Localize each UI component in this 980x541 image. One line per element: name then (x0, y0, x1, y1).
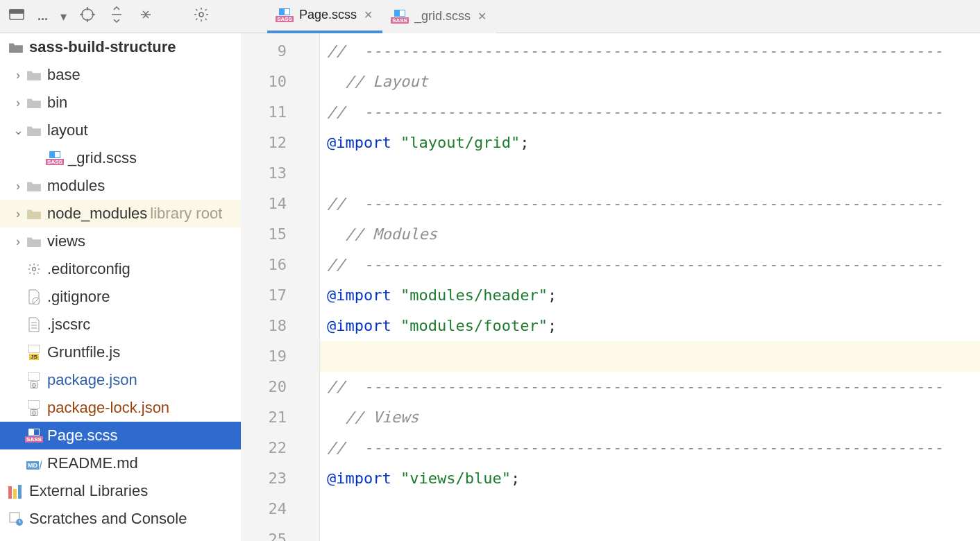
line-number[interactable]: 19 (241, 341, 299, 372)
code-line-19[interactable] (320, 341, 980, 372)
tree-item-package-json[interactable]: {}package.json (0, 366, 241, 394)
external-libraries[interactable]: External Libraries (0, 477, 241, 505)
tree-item-bin[interactable]: ›bin (0, 89, 241, 117)
tree-item-layout[interactable]: ⌄layout (0, 117, 241, 144)
code-line-21[interactable]: // Views (320, 402, 980, 433)
line-number[interactable]: 20 (241, 372, 299, 402)
line-number[interactable]: 22 (241, 433, 299, 463)
chevron-right-icon[interactable]: › (11, 68, 25, 83)
line-number[interactable]: 24 (241, 494, 299, 524)
file-ignore-icon (25, 289, 43, 304)
tree-item-views[interactable]: ›views (0, 227, 241, 255)
token-comment: // Layout (327, 73, 428, 90)
code-line-11[interactable]: // -------------------------------------… (320, 97, 980, 128)
code-line-17[interactable]: @import "modules/header"; (320, 280, 980, 311)
folder-icon (25, 235, 43, 248)
expand-all-icon[interactable] (108, 6, 125, 26)
tree-item-label: node_modules (43, 205, 147, 223)
tree-item--gitignore[interactable]: .gitignore (0, 283, 241, 311)
line-number[interactable]: 11 (241, 97, 299, 128)
svg-point-2 (82, 9, 93, 20)
code-line-9[interactable]: // -------------------------------------… (320, 36, 980, 67)
token-punc: ; (548, 317, 557, 334)
tree-item--jscsrc[interactable]: .jscsrc (0, 311, 241, 338)
close-icon[interactable]: ✕ (364, 8, 373, 22)
tab-page-scss[interactable]: SASSPage.scss✕ (267, 0, 382, 33)
chevron-right-icon[interactable]: › (11, 207, 25, 221)
fold-column[interactable] (299, 33, 320, 541)
tree-item-label: .jscsrc (43, 316, 90, 334)
editor[interactable]: 910111213141516171819202122232425 // ---… (241, 33, 980, 541)
code-line-16[interactable]: // -------------------------------------… (320, 250, 980, 280)
tree-item--editorconfig[interactable]: .editorconfig (0, 255, 241, 283)
code-line-13[interactable] (320, 158, 980, 189)
folder-icon (25, 207, 43, 220)
tree-item-modules[interactable]: ›modules (0, 172, 241, 200)
code-line-23[interactable]: @import "views/blue"; (320, 463, 980, 494)
toolbar-left: ... ▾ (8, 6, 217, 26)
line-number[interactable]: 15 (241, 219, 299, 250)
line-number[interactable]: 10 (241, 67, 299, 97)
code-area[interactable]: // -------------------------------------… (320, 33, 980, 541)
chevron-down-icon[interactable]: ⌄ (11, 123, 25, 138)
code-line-14[interactable]: // -------------------------------------… (320, 189, 980, 219)
token-comment: // -------------------------------------… (327, 42, 943, 60)
tree-item-node_modules[interactable]: ›node_modules library root (0, 200, 241, 227)
tree-item-label: Page.scss (43, 427, 118, 445)
code-line-22[interactable]: // -------------------------------------… (320, 433, 980, 463)
line-number[interactable]: 21 (241, 402, 299, 433)
file-icon (25, 317, 43, 332)
line-number[interactable]: 13 (241, 158, 299, 189)
project-tree[interactable]: sass-build-structure›base›bin⌄layoutSASS… (0, 33, 241, 541)
tab-_grid-scss[interactable]: SASS_grid.scss✕ (382, 0, 496, 33)
line-number[interactable]: 25 (241, 524, 299, 541)
tree-item-readme-md[interactable]: MDREADME.md (0, 449, 241, 477)
code-line-18[interactable]: @import "modules/footer"; (320, 311, 980, 341)
tree-root[interactable]: sass-build-structure (0, 33, 241, 61)
tree-item-page-scss[interactable]: SASSPage.scss (0, 422, 241, 449)
library-icon (7, 483, 25, 499)
collapse-all-icon[interactable] (137, 6, 154, 26)
tree-item-_grid-scss[interactable]: SASS_grid.scss (0, 144, 241, 172)
code-line-12[interactable]: @import "layout/grid"; (320, 128, 980, 158)
toolbar-menu-label[interactable]: ... (37, 9, 48, 24)
line-number[interactable]: 12 (241, 128, 299, 158)
toolbar: ... ▾ SASSPage.scss✕SASS_grid.scss✕ (0, 0, 980, 33)
tree-item-label: README.md (43, 454, 138, 472)
gear-icon[interactable] (193, 6, 210, 26)
code-line-20[interactable]: // -------------------------------------… (320, 372, 980, 402)
target-icon[interactable] (79, 6, 96, 26)
chevron-down-icon[interactable]: ▾ (60, 9, 67, 24)
chevron-right-icon[interactable]: › (11, 96, 25, 110)
folder-icon (25, 180, 43, 192)
line-number[interactable]: 9 (241, 36, 299, 67)
token-comment: // -------------------------------------… (327, 439, 943, 456)
token-punc: ; (548, 286, 557, 304)
line-number[interactable]: 18 (241, 311, 299, 341)
chevron-right-icon[interactable]: › (11, 234, 25, 249)
token-comment: // -------------------------------------… (327, 103, 943, 121)
tree-item-label: layout (43, 121, 88, 139)
project-view-icon[interactable] (8, 6, 25, 26)
gutter[interactable]: 910111213141516171819202122232425 (241, 33, 299, 541)
line-number[interactable]: 17 (241, 280, 299, 311)
line-number[interactable]: 14 (241, 189, 299, 219)
line-number[interactable]: 16 (241, 250, 299, 280)
tree-item-base[interactable]: ›base (0, 61, 241, 89)
token-comment: // Modules (327, 225, 437, 243)
scratches-and-console[interactable]: Scratches and Console (0, 505, 241, 533)
tab-label: _grid.scss (414, 9, 471, 24)
code-line-24[interactable] (320, 494, 980, 524)
sass-icon: SASS (25, 429, 43, 443)
code-line-15[interactable]: // Modules (320, 219, 980, 250)
code-line-25[interactable] (320, 524, 980, 541)
chevron-right-icon[interactable]: › (11, 179, 25, 194)
folder-icon (7, 41, 25, 53)
tree-item-label: base (43, 66, 81, 84)
code-line-10[interactable]: // Layout (320, 67, 980, 97)
tree-item-package-lock-json[interactable]: {}package-lock.json (0, 394, 241, 422)
scratches-icon (7, 511, 25, 526)
close-icon[interactable]: ✕ (478, 10, 487, 23)
tree-item-gruntfile-js[interactable]: JSGruntfile.js (0, 338, 241, 366)
line-number[interactable]: 23 (241, 463, 299, 494)
